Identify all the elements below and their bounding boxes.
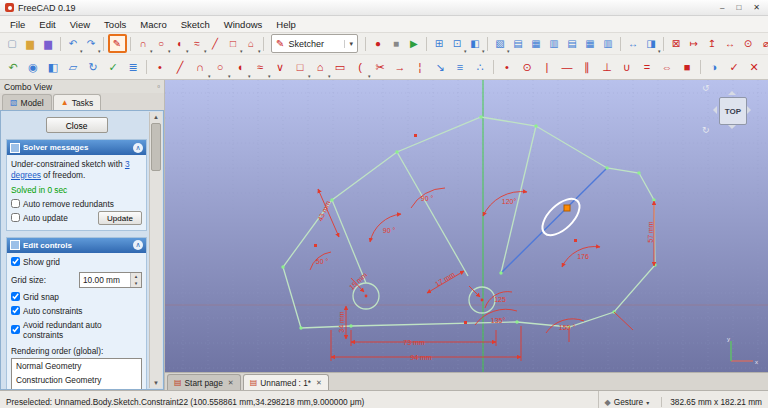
constrain-diameter-button[interactable]: ⌀ bbox=[757, 35, 768, 52]
create-polyline-tool-button[interactable]: ∨ bbox=[271, 58, 290, 77]
spin-up-icon[interactable]: ▴ bbox=[131, 273, 141, 280]
constrain-perpendicular-button[interactable]: ⊥ bbox=[598, 58, 617, 77]
carbon-copy-button[interactable]: ≡ bbox=[451, 58, 470, 77]
menu-file[interactable]: File bbox=[3, 17, 32, 32]
construction-mode-button[interactable]: ∴ bbox=[471, 58, 490, 77]
view-left-button[interactable]: ▥ bbox=[599, 35, 616, 52]
measure-distance-button[interactable]: ↔ bbox=[624, 35, 641, 52]
cube-arrow-up-icon[interactable] bbox=[728, 87, 736, 95]
constrain-coincident-button[interactable]: • bbox=[498, 58, 517, 77]
constrain-vertical-button[interactable]: | bbox=[538, 58, 557, 77]
view-bottom-button[interactable]: ▦ bbox=[581, 35, 598, 52]
create-conic-tool-button[interactable]: ◖ bbox=[231, 58, 250, 77]
rendering-order-item[interactable]: External Geometry bbox=[12, 387, 141, 390]
scroll-up-icon[interactable]: ▲ bbox=[153, 112, 159, 122]
view-rear-button[interactable]: ▤ bbox=[563, 35, 580, 52]
merge-sketches-button[interactable]: ≣ bbox=[124, 58, 143, 77]
edit-sketch-button[interactable]: ✎ bbox=[108, 34, 127, 53]
rotate-ccw-icon[interactable]: ↺ bbox=[702, 83, 710, 93]
cube-arrow-left-icon[interactable] bbox=[709, 106, 717, 114]
constrain-lock-button[interactable]: ⊠ bbox=[667, 35, 684, 52]
constrain-horizontal-button[interactable]: — bbox=[558, 58, 577, 77]
draw-style-button[interactable]: ◧ bbox=[466, 35, 483, 52]
rendering-order-item[interactable]: Normal Geometry bbox=[12, 359, 141, 373]
create-bspline-button[interactable]: ≈ bbox=[189, 35, 206, 52]
auto-constraints-checkbox[interactable] bbox=[11, 306, 20, 315]
constrain-distance-y-button[interactable]: ↥ bbox=[703, 35, 720, 52]
undo-button[interactable]: ↶ bbox=[65, 35, 82, 52]
view-front-button[interactable]: ▤ bbox=[509, 35, 526, 52]
constrain-point-on-object-button[interactable]: ⊙ bbox=[518, 58, 537, 77]
create-polyline-button[interactable]: ╱ bbox=[207, 35, 224, 52]
create-point-button[interactable]: • bbox=[151, 58, 170, 77]
create-fillet-button[interactable]: ( bbox=[351, 58, 370, 77]
map-sketch-button[interactable]: ▱ bbox=[64, 58, 83, 77]
new-document-button[interactable]: ▢ bbox=[4, 35, 21, 52]
nav-cube-top-face[interactable]: TOP bbox=[719, 97, 747, 125]
dock-icon[interactable]: ▫ bbox=[157, 82, 160, 91]
macro-play-button[interactable]: ▶ bbox=[405, 35, 422, 52]
scrollbar-thumb[interactable] bbox=[151, 123, 161, 171]
avoid-redundant-row[interactable]: Avoid redundant auto constraints bbox=[11, 320, 142, 340]
trim-edge-button[interactable]: ✂ bbox=[371, 58, 390, 77]
fit-selection-button[interactable]: ⊡ bbox=[448, 35, 465, 52]
view-isometric-button[interactable]: ▧ bbox=[491, 35, 508, 52]
constrain-distance-button[interactable]: ↔ bbox=[721, 35, 738, 52]
view-section-button[interactable]: ◧ bbox=[44, 58, 63, 77]
navigation-cube[interactable]: ↺ ↻ TOP bbox=[704, 85, 760, 135]
constrain-block-edge-button[interactable]: ■ bbox=[678, 58, 697, 77]
create-slot-button[interactable]: ▭ bbox=[331, 58, 350, 77]
collapse-icon[interactable]: ∧ bbox=[133, 143, 143, 153]
menu-sketch[interactable]: Sketch bbox=[174, 17, 217, 32]
leave-sketch-button[interactable]: ↶ bbox=[4, 58, 23, 77]
document-tab[interactable]: ▤Start page✕ bbox=[167, 374, 241, 390]
avoid-redundant-checkbox[interactable] bbox=[11, 325, 20, 334]
create-rectangle-button[interactable]: □ bbox=[225, 35, 242, 52]
clipping-plane-button[interactable]: ◨ bbox=[642, 35, 659, 52]
open-document-button[interactable]: ▆ bbox=[22, 35, 39, 52]
reorient-sketch-button[interactable]: ↻ bbox=[84, 58, 103, 77]
collapse-icon[interactable]: ∧ bbox=[133, 240, 143, 250]
cube-arrow-down-icon[interactable] bbox=[728, 125, 736, 133]
auto-update-row[interactable]: Auto update bbox=[11, 213, 68, 223]
create-bspline-tool-button[interactable]: ≈ bbox=[251, 58, 270, 77]
split-edge-button[interactable]: ¦ bbox=[411, 58, 430, 77]
extend-edge-button[interactable]: → bbox=[391, 58, 410, 77]
minimize-button[interactable]: – bbox=[720, 3, 724, 12]
show-grid-checkbox[interactable] bbox=[11, 257, 20, 266]
macro-record-button[interactable]: ● bbox=[369, 35, 386, 52]
constrain-tangent-button[interactable]: ∪ bbox=[618, 58, 637, 77]
rendering-order-item[interactable]: Construction Geometry bbox=[12, 373, 141, 387]
auto-update-checkbox[interactable] bbox=[11, 213, 20, 222]
constrain-equal-button[interactable]: = bbox=[638, 58, 657, 77]
auto-remove-redundants-checkbox[interactable] bbox=[11, 199, 20, 208]
rotate-cw-icon[interactable]: ↻ bbox=[702, 125, 710, 135]
show-grid-row[interactable]: Show grid bbox=[11, 257, 142, 267]
navigation-style-selector[interactable]: ◆ Gesture ▾ bbox=[598, 391, 656, 408]
tab-tasks[interactable]: ▲ Tasks bbox=[53, 94, 102, 110]
create-polygon-tool-button[interactable]: ⌂ bbox=[311, 58, 330, 77]
external-geometry-button[interactable]: ↘ bbox=[431, 58, 450, 77]
combo-view-header[interactable]: Combo View ▫ bbox=[0, 80, 164, 93]
fit-all-button[interactable]: ⊞ bbox=[430, 35, 447, 52]
create-circle-tool-button[interactable]: ○ bbox=[211, 58, 230, 77]
create-line-button[interactable]: ╱ bbox=[171, 58, 190, 77]
constrain-parallel-button[interactable]: ∥ bbox=[578, 58, 597, 77]
constrain-symmetry-button[interactable]: ⇔ bbox=[658, 58, 677, 77]
spin-down-icon[interactable]: ▾ bbox=[131, 280, 141, 287]
solver-messages-header[interactable]: Solver messages ∧ bbox=[7, 140, 146, 155]
menu-edit[interactable]: Edit bbox=[32, 17, 62, 32]
menu-macro[interactable]: Macro bbox=[133, 17, 173, 32]
sketch-canvas[interactable]: 90 °90 °120°50 °135°150 °17612573 mm94 m… bbox=[165, 80, 768, 372]
close-window-button[interactable]: ✕ bbox=[753, 3, 760, 12]
edit-controls-header[interactable]: Edit controls ∧ bbox=[7, 238, 146, 253]
maximize-button[interactable]: □ bbox=[736, 3, 741, 12]
grid-snap-row[interactable]: Grid snap bbox=[11, 292, 142, 302]
save-document-button[interactable]: ▆ bbox=[40, 35, 57, 52]
close-sketch-button[interactable]: Close bbox=[46, 117, 108, 133]
auto-constraints-row[interactable]: Auto constraints bbox=[11, 306, 142, 316]
create-rectangle-tool-button[interactable]: □ bbox=[291, 58, 310, 77]
create-arc-tool-button[interactable]: ∩ bbox=[191, 58, 210, 77]
grid-size-input[interactable]: 10.00 mm ▴ ▾ bbox=[79, 272, 142, 288]
toggle-construction-button[interactable]: ◑ bbox=[705, 58, 724, 77]
